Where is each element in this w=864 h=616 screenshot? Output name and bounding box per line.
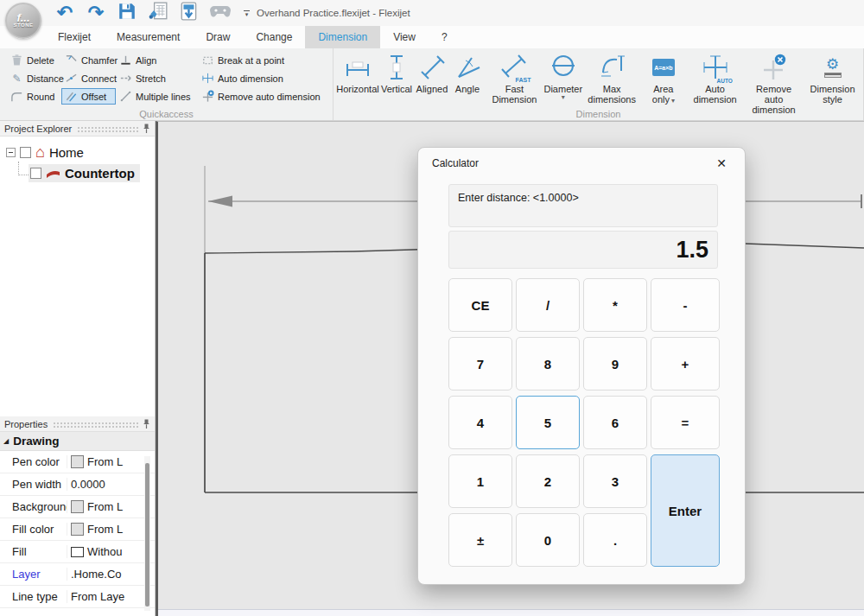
color-swatch[interactable] [71,455,84,468]
calculator-title-bar[interactable]: Calculator ✕ [418,148,745,179]
ribbon-item-offset[interactable]: Offset [61,88,116,105]
auto-dimension-icon: AUTO [702,51,728,84]
key-9[interactable]: 9 [583,337,647,391]
key-plus[interactable]: + [651,337,720,391]
tab-view[interactable]: View [380,26,429,48]
property-row-pen-width[interactable]: Pen width 0.0000 [0,473,155,496]
ribbon-item-label: Break at a point [218,55,284,66]
ribbon-item-vertical[interactable]: Vertical [379,50,414,95]
tab-dimension[interactable]: Dimension [305,26,380,48]
tab-help[interactable]: ? [429,26,461,48]
key-4[interactable]: 4 [448,396,512,449]
key-equals[interactable]: = [651,396,720,449]
property-row-fill-color[interactable]: Fill color From L [0,518,155,541]
key-multiply[interactable]: * [583,278,647,332]
properties-scrollbar-thumb[interactable] [145,463,149,606]
tab-draw[interactable]: Draw [193,26,243,48]
ribbon-item-angle[interactable]: Angle [450,50,485,95]
redo-button[interactable]: ↷ [85,3,107,23]
key-8[interactable]: 8 [516,337,580,391]
undo-icon: ↶ [57,4,73,22]
offset-icon [65,90,78,103]
ribbon-item-area-only[interactable]: A=a×b Area only▾ [642,50,685,107]
key-clear-entry[interactable]: CE [448,278,512,332]
tab-measurement[interactable]: Measurement [104,26,193,48]
title-bar: f... STONE ↶ ↷ ▾ Overhand Practice.flexi… [0,0,864,26]
ribbon-item-horizontal[interactable]: Horizontal [337,50,378,95]
logo-stone-text: STONE [13,22,33,28]
tab-change[interactable]: Change [243,26,305,48]
home-checkbox[interactable] [20,147,31,158]
ribbon-item-round[interactable]: Round [7,88,61,105]
auto-badge: AUTO [717,78,733,84]
ribbon-item-stretch[interactable]: Stretch [116,70,198,86]
max-dimensions-icon [599,51,625,84]
ribbon-item-auto-dimension-big[interactable]: AUTO Auto dimension [686,50,744,105]
key-0[interactable]: 0 [516,513,580,567]
key-5[interactable]: 5 [516,396,580,449]
area-only-icon: A=a×b [652,51,675,84]
canvas-horizontal-scrollbar[interactable] [158,609,864,616]
project-explorer-title: Project Explorer [4,124,72,134]
countertop-icon [46,168,60,178]
tree-node-home[interactable]: ⌂ Home [6,142,155,162]
undo-button[interactable]: ↶ [54,3,76,23]
group-label-dimension: Dimension [334,109,863,119]
key-enter[interactable]: Enter [651,454,720,567]
key-3[interactable]: 3 [583,454,647,508]
ribbon-item-connect[interactable]: Connect [61,70,116,86]
countertop-checkbox[interactable] [30,168,41,179]
key-divide[interactable]: / [516,278,580,332]
save-button[interactable] [116,3,138,23]
key-decimal[interactable]: . [583,513,647,567]
tree-node-label[interactable]: Home [49,145,84,160]
ribbon-item-multiple-lines[interactable]: Multiple lines [116,88,198,105]
tree-node-countertop[interactable]: Countertop [18,162,155,183]
calculator-display[interactable]: 1.5 [448,231,718,269]
ribbon-item-distance[interactable]: ✎ Distance [7,70,61,86]
properties-section-drawing[interactable]: ◢ Drawing [0,432,155,451]
controller-button[interactable] [209,3,232,23]
ribbon-item-remove-auto-dimension-big[interactable]: Remove auto dimension [745,50,803,116]
ribbon-item-align[interactable]: Align [116,52,198,68]
color-swatch[interactable] [71,500,84,513]
fill-swatch[interactable] [71,547,84,557]
key-6[interactable]: 6 [583,396,647,449]
title-dropdown-caret[interactable]: ▾ [244,10,250,16]
ribbon-item-diameter[interactable]: Diameter ▾ [544,50,582,101]
app-logo[interactable]: f... STONE [5,3,41,39]
key-minus[interactable]: - [651,278,720,332]
property-row-line-type[interactable]: Line type From Laye [0,586,155,608]
ribbon-item-label: Connect [81,73,117,84]
key-2[interactable]: 2 [516,454,580,508]
collapse-expander-icon[interactable] [6,148,16,157]
chevron-down-icon[interactable]: ▾ [562,94,565,100]
pin-icon[interactable] [143,419,150,429]
key-7[interactable]: 7 [448,337,512,391]
properties-title: Properties [4,419,48,429]
ribbon-item-aligned[interactable]: Aligned [415,50,449,95]
property-row-layer[interactable]: Layer .Home.Co [0,563,155,586]
property-row-background[interactable]: Background From L [0,496,155,518]
ribbon-item-chamfer[interactable]: Chamfer [61,52,116,68]
key-plus-minus[interactable]: ± [448,513,512,567]
pencil-icon: ✎ [10,72,23,85]
property-row-fill[interactable]: Fill Withou [0,541,155,563]
ribbon-item-dimension-style[interactable]: ⚙ Dimension style [804,50,861,105]
color-swatch[interactable] [71,523,84,536]
property-row-pen-color[interactable]: Pen color From L [0,451,155,473]
close-icon[interactable]: ✕ [712,156,731,170]
ribbon-item-break-at-a-point[interactable]: Break at a point [198,52,334,68]
ribbon-item-delete[interactable]: Delete [7,52,61,68]
import-button[interactable] [178,3,200,23]
ribbon-item-remove-auto-dimension[interactable]: Remove auto dimension [198,88,334,105]
key-1[interactable]: 1 [448,454,512,508]
export-button[interactable] [147,3,169,23]
pin-icon[interactable] [143,124,150,134]
ribbon-item-label: Horizontal [336,84,379,94]
tab-flexijet[interactable]: Flexijet [45,26,104,48]
tree-node-label[interactable]: Countertop [65,166,135,181]
ribbon-item-max-dimensions[interactable]: Max dimensions [583,50,641,105]
ribbon-item-fast-dimension[interactable]: FAST Fast Dimension [486,50,543,105]
ribbon-item-auto-dimension[interactable]: Auto dimension [198,70,334,86]
